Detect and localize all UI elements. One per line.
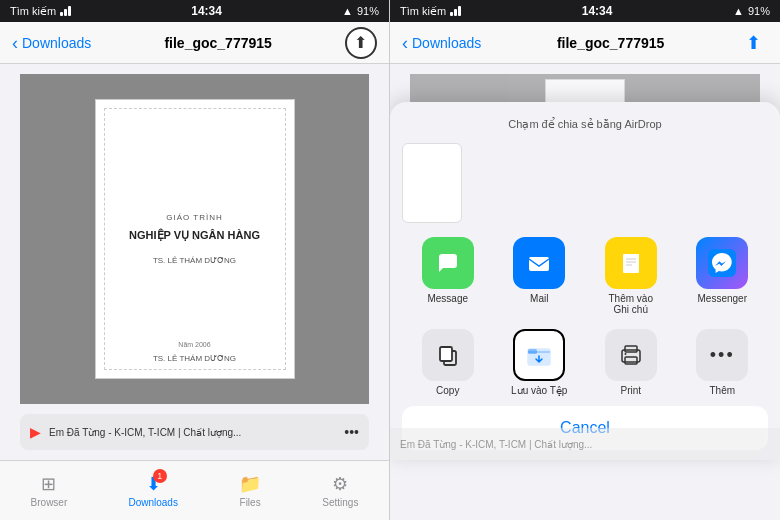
- message-icon: [422, 237, 474, 289]
- settings-icon-left: ⚙: [332, 473, 348, 495]
- wifi-icon-left: ▲: [342, 5, 353, 17]
- tab-downloads-label-left: Downloads: [128, 497, 177, 508]
- back-label-left: Downloads: [22, 35, 91, 51]
- tab-settings-left[interactable]: ⚙ Settings: [322, 473, 358, 508]
- svg-rect-10: [440, 347, 452, 361]
- back-button-right[interactable]: ‹ Downloads: [402, 34, 481, 52]
- browser-icon-left: ⊞: [41, 473, 56, 495]
- pdf-edition-left: Năm 2006: [178, 341, 210, 348]
- time-left: 14:34: [191, 4, 222, 18]
- pdf-subtitle-left: GIÁO TRÌNH: [166, 213, 223, 222]
- share-preview-item: [402, 143, 462, 223]
- share-button-left[interactable]: ⬆: [345, 27, 377, 59]
- nav-title-left: file_goc_777915: [164, 35, 271, 51]
- nav-bar-right: ‹ Downloads file_goc_777915 ⬆: [390, 22, 780, 64]
- share-app-notes[interactable]: Thêm vào Ghi chú: [596, 237, 666, 315]
- copy-icon: [422, 329, 474, 381]
- share-action-more[interactable]: ••• Thêm: [687, 329, 757, 396]
- back-label-right: Downloads: [412, 35, 481, 51]
- chevron-right-icon: ‹: [402, 34, 408, 52]
- share-app-messenger[interactable]: Messenger: [687, 237, 757, 315]
- nav-bar-left: ‹ Downloads file_goc_777915 ⬆: [0, 22, 389, 64]
- audio-title-right-bg: Em Đã Từng - K-ICM, T-ICM | Chất lượng..…: [400, 439, 592, 450]
- tab-bar-left: ⊞ Browser ⬇ 1 Downloads 📁 Files ⚙ Settin…: [0, 460, 389, 520]
- mail-label: Mail: [530, 293, 548, 304]
- share-action-save-to-files[interactable]: Lưu vào Tệp: [504, 329, 574, 396]
- share-icon-left: ⬆: [354, 33, 367, 52]
- status-bar-right: Tìm kiếm 14:34 ▲ 91%: [390, 0, 780, 22]
- time-right: 14:34: [582, 4, 613, 18]
- audio-bar-right-bg: Em Đã Từng - K-ICM, T-ICM | Chất lượng..…: [390, 428, 780, 460]
- svg-point-16: [624, 353, 626, 355]
- files-icon-left: 📁: [239, 473, 261, 495]
- tab-files-label-left: Files: [240, 497, 261, 508]
- chevron-left-icon: ‹: [12, 34, 18, 52]
- share-preview-row: [402, 143, 768, 223]
- status-right-right: ▲ 91%: [733, 5, 770, 17]
- status-left: Tìm kiếm: [10, 4, 71, 18]
- more-icon: •••: [696, 329, 748, 381]
- share-button-right[interactable]: ⬆: [740, 29, 768, 57]
- share-app-mail[interactable]: Mail: [504, 237, 574, 315]
- downloads-icon-wrap-left: ⬇ 1: [146, 473, 161, 495]
- share-apps-row: Message Mail: [402, 237, 768, 315]
- share-actions-row: Copy Lưu vào Tệp: [402, 329, 768, 396]
- status-right-left: ▲ 91%: [342, 5, 379, 17]
- save-to-files-icon: [513, 329, 565, 381]
- messenger-label: Messenger: [698, 293, 747, 304]
- battery-right: 91%: [748, 5, 770, 17]
- notes-icon: [605, 237, 657, 289]
- phone-left: Tìm kiếm 14:34 ▲ 91% ‹ Downloads file_go…: [0, 0, 390, 520]
- status-left-right: Tìm kiếm: [400, 4, 461, 18]
- share-app-message[interactable]: Message: [413, 237, 483, 315]
- print-label: Print: [620, 385, 641, 396]
- back-button-left[interactable]: ‹ Downloads: [12, 34, 91, 52]
- audio-more-left[interactable]: •••: [344, 424, 359, 440]
- message-label: Message: [427, 293, 468, 304]
- signal-icon-right: [450, 4, 461, 18]
- svg-rect-4: [623, 254, 639, 273]
- search-text-left: Tìm kiếm: [10, 5, 56, 18]
- nav-title-right: file_goc_777915: [557, 35, 664, 51]
- pdf-area-left: GIÁO TRÌNH NGHIỆP VỤ NGÂN HÀNG TS. LÊ TH…: [20, 74, 369, 404]
- tab-downloads-left[interactable]: ⬇ 1 Downloads: [128, 473, 177, 508]
- share-action-print[interactable]: Print: [596, 329, 666, 396]
- phone-right: Tìm kiếm 14:34 ▲ 91% ‹ Downloads file_go…: [390, 0, 780, 520]
- notes-label: Thêm vào Ghi chú: [609, 293, 653, 315]
- copy-label: Copy: [436, 385, 459, 396]
- downloads-badge-left: 1: [153, 469, 167, 483]
- messenger-icon: [696, 237, 748, 289]
- tab-settings-label-left: Settings: [322, 497, 358, 508]
- more-label: Thêm: [709, 385, 735, 396]
- pdf-author-bottom-left: TS. LÊ THÁM DƯƠNG: [153, 354, 236, 363]
- share-icon-right: ⬆: [746, 32, 761, 54]
- pdf-author-top-left: TS. LÊ THÁM DƯƠNG: [153, 256, 236, 265]
- battery-left: 91%: [357, 5, 379, 17]
- play-icon-left: ▶: [30, 424, 41, 440]
- tab-browser-left[interactable]: ⊞ Browser: [31, 473, 68, 508]
- search-text-right: Tìm kiếm: [400, 5, 446, 18]
- save-to-files-label: Lưu vào Tệp: [511, 385, 567, 396]
- print-icon: [605, 329, 657, 381]
- mail-icon: [513, 237, 565, 289]
- status-bar-left: Tìm kiếm 14:34 ▲ 91%: [0, 0, 389, 22]
- svg-rect-12: [528, 349, 537, 354]
- tab-files-left[interactable]: 📁 Files: [239, 473, 261, 508]
- audio-bar-left[interactable]: ▶ Em Đã Từng - K-ICM, T-ICM | Chất lượng…: [20, 414, 369, 450]
- share-action-copy[interactable]: Copy: [413, 329, 483, 396]
- svg-rect-15: [625, 357, 637, 364]
- svg-rect-2: [529, 257, 549, 271]
- wifi-icon-right: ▲: [733, 5, 744, 17]
- signal-icon-left: [60, 4, 71, 18]
- audio-title-left: Em Đã Từng - K-ICM, T-ICM | Chất lượng..…: [49, 427, 336, 438]
- pdf-page-left: GIÁO TRÌNH NGHIỆP VỤ NGÂN HÀNG TS. LÊ TH…: [95, 99, 295, 379]
- share-sheet: Chạm để chia sẻ bằng AirDrop Message: [390, 102, 780, 460]
- pdf-title-left: NGHIỆP VỤ NGÂN HÀNG: [129, 228, 260, 243]
- svg-rect-14: [625, 346, 637, 352]
- tab-browser-label-left: Browser: [31, 497, 68, 508]
- airdrop-hint: Chạm để chia sẻ bằng AirDrop: [402, 118, 768, 131]
